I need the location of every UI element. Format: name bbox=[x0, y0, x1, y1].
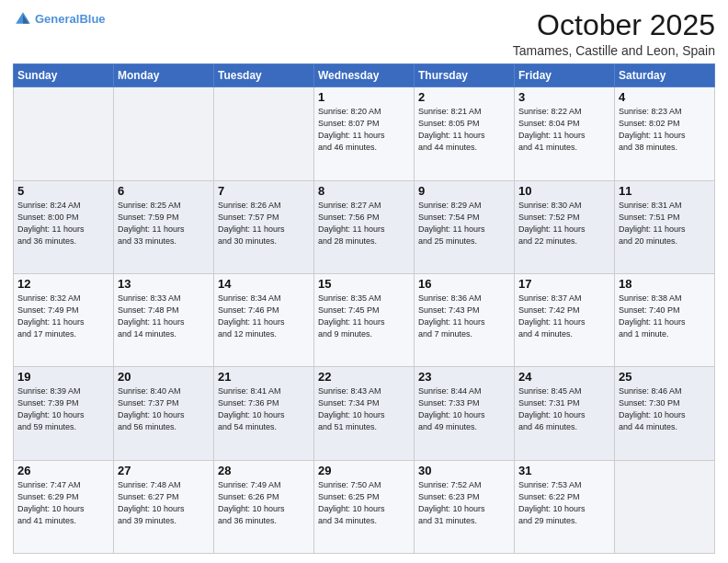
day-number: 4 bbox=[619, 90, 711, 104]
month-title: October 2025 bbox=[513, 9, 715, 41]
title-block: October 2025 Tamames, Castille and Leon,… bbox=[513, 9, 715, 58]
calendar-cell: 15Sunrise: 8:35 AM Sunset: 7:45 PM Dayli… bbox=[314, 273, 415, 366]
calendar-day-header: Wednesday bbox=[314, 64, 415, 87]
day-info: Sunrise: 7:52 AM Sunset: 6:23 PM Dayligh… bbox=[418, 479, 510, 527]
day-number: 22 bbox=[318, 370, 410, 384]
day-number: 6 bbox=[118, 184, 210, 198]
logo-line1: General bbox=[35, 12, 79, 26]
day-number: 16 bbox=[418, 277, 510, 291]
logo: GeneralBlue bbox=[13, 9, 106, 29]
day-info: Sunrise: 8:25 AM Sunset: 7:59 PM Dayligh… bbox=[118, 200, 210, 247]
day-info: Sunrise: 8:32 AM Sunset: 7:49 PM Dayligh… bbox=[17, 293, 109, 340]
day-number: 26 bbox=[17, 464, 109, 477]
day-info: Sunrise: 8:20 AM Sunset: 8:07 PM Dayligh… bbox=[318, 106, 410, 154]
day-info: Sunrise: 8:33 AM Sunset: 7:48 PM Dayligh… bbox=[118, 293, 210, 340]
day-number: 9 bbox=[418, 184, 510, 198]
calendar-cell bbox=[615, 460, 715, 553]
day-info: Sunrise: 8:31 AM Sunset: 7:51 PM Dayligh… bbox=[619, 200, 711, 247]
day-info: Sunrise: 8:22 AM Sunset: 8:04 PM Dayligh… bbox=[518, 106, 610, 154]
day-number: 18 bbox=[619, 277, 711, 291]
calendar-cell: 14Sunrise: 8:34 AM Sunset: 7:46 PM Dayli… bbox=[214, 273, 314, 366]
logo-text: GeneralBlue bbox=[35, 12, 106, 27]
day-number: 1 bbox=[318, 90, 410, 104]
day-info: Sunrise: 7:53 AM Sunset: 6:22 PM Dayligh… bbox=[518, 479, 610, 527]
calendar-week-row: 19Sunrise: 8:39 AM Sunset: 7:39 PM Dayli… bbox=[14, 367, 715, 460]
day-info: Sunrise: 7:48 AM Sunset: 6:27 PM Dayligh… bbox=[118, 479, 210, 527]
calendar-day-header: Thursday bbox=[415, 64, 515, 87]
day-info: Sunrise: 8:34 AM Sunset: 7:46 PM Dayligh… bbox=[218, 293, 310, 340]
day-info: Sunrise: 7:47 AM Sunset: 6:29 PM Dayligh… bbox=[17, 479, 109, 527]
calendar-cell bbox=[14, 87, 114, 180]
calendar-cell: 29Sunrise: 7:50 AM Sunset: 6:25 PM Dayli… bbox=[314, 460, 415, 553]
header: GeneralBlue October 2025 Tamames, Castil… bbox=[13, 9, 715, 58]
calendar-cell: 31Sunrise: 7:53 AM Sunset: 6:22 PM Dayli… bbox=[515, 460, 615, 553]
day-info: Sunrise: 8:26 AM Sunset: 7:57 PM Dayligh… bbox=[218, 200, 310, 247]
calendar-cell: 23Sunrise: 8:44 AM Sunset: 7:33 PM Dayli… bbox=[415, 367, 515, 460]
day-number: 28 bbox=[218, 464, 310, 477]
calendar-week-row: 5Sunrise: 8:24 AM Sunset: 8:00 PM Daylig… bbox=[14, 180, 715, 273]
calendar-cell: 3Sunrise: 8:22 AM Sunset: 8:04 PM Daylig… bbox=[515, 87, 615, 180]
day-number: 24 bbox=[518, 370, 610, 384]
day-number: 5 bbox=[17, 184, 109, 198]
calendar-cell: 1Sunrise: 8:20 AM Sunset: 8:07 PM Daylig… bbox=[314, 87, 415, 180]
calendar-cell: 9Sunrise: 8:29 AM Sunset: 7:54 PM Daylig… bbox=[415, 180, 515, 273]
day-number: 25 bbox=[619, 370, 711, 384]
page: GeneralBlue October 2025 Tamames, Castil… bbox=[0, 0, 728, 563]
calendar-cell: 7Sunrise: 8:26 AM Sunset: 7:57 PM Daylig… bbox=[214, 180, 314, 273]
day-number: 20 bbox=[118, 370, 210, 384]
day-info: Sunrise: 8:39 AM Sunset: 7:39 PM Dayligh… bbox=[17, 385, 109, 433]
day-number: 17 bbox=[518, 277, 610, 291]
calendar-cell: 21Sunrise: 8:41 AM Sunset: 7:36 PM Dayli… bbox=[214, 367, 314, 460]
day-number: 23 bbox=[418, 370, 510, 384]
calendar-day-header: Friday bbox=[515, 64, 615, 87]
calendar-cell: 22Sunrise: 8:43 AM Sunset: 7:34 PM Dayli… bbox=[314, 367, 415, 460]
day-number: 21 bbox=[218, 370, 310, 384]
day-info: Sunrise: 8:38 AM Sunset: 7:40 PM Dayligh… bbox=[619, 293, 711, 340]
day-number: 11 bbox=[619, 184, 711, 198]
day-number: 3 bbox=[518, 90, 610, 104]
calendar-day-header: Sunday bbox=[14, 64, 114, 87]
calendar-cell: 2Sunrise: 8:21 AM Sunset: 8:05 PM Daylig… bbox=[415, 87, 515, 180]
day-number: 27 bbox=[118, 464, 210, 477]
day-number: 19 bbox=[17, 370, 109, 384]
day-info: Sunrise: 7:50 AM Sunset: 6:25 PM Dayligh… bbox=[318, 479, 410, 527]
calendar-cell: 16Sunrise: 8:36 AM Sunset: 7:43 PM Dayli… bbox=[415, 273, 515, 366]
calendar-cell: 4Sunrise: 8:23 AM Sunset: 8:02 PM Daylig… bbox=[615, 87, 715, 180]
calendar-cell: 10Sunrise: 8:30 AM Sunset: 7:52 PM Dayli… bbox=[515, 180, 615, 273]
day-info: Sunrise: 8:21 AM Sunset: 8:05 PM Dayligh… bbox=[418, 106, 510, 154]
day-number: 15 bbox=[318, 277, 410, 291]
calendar-cell: 18Sunrise: 8:38 AM Sunset: 7:40 PM Dayli… bbox=[615, 273, 715, 366]
calendar-cell: 19Sunrise: 8:39 AM Sunset: 7:39 PM Dayli… bbox=[14, 367, 114, 460]
calendar-cell: 11Sunrise: 8:31 AM Sunset: 7:51 PM Dayli… bbox=[615, 180, 715, 273]
day-info: Sunrise: 8:30 AM Sunset: 7:52 PM Dayligh… bbox=[518, 200, 610, 247]
calendar-cell: 8Sunrise: 8:27 AM Sunset: 7:56 PM Daylig… bbox=[314, 180, 415, 273]
day-number: 12 bbox=[17, 277, 109, 291]
calendar-cell: 6Sunrise: 8:25 AM Sunset: 7:59 PM Daylig… bbox=[114, 180, 214, 273]
calendar-cell: 24Sunrise: 8:45 AM Sunset: 7:31 PM Dayli… bbox=[515, 367, 615, 460]
day-number: 7 bbox=[218, 184, 310, 198]
calendar-cell bbox=[114, 87, 214, 180]
day-info: Sunrise: 7:49 AM Sunset: 6:26 PM Dayligh… bbox=[218, 479, 310, 527]
day-info: Sunrise: 8:35 AM Sunset: 7:45 PM Dayligh… bbox=[318, 293, 410, 340]
day-number: 31 bbox=[518, 464, 610, 477]
calendar-cell: 30Sunrise: 7:52 AM Sunset: 6:23 PM Dayli… bbox=[415, 460, 515, 553]
day-info: Sunrise: 8:46 AM Sunset: 7:30 PM Dayligh… bbox=[619, 385, 711, 433]
day-number: 10 bbox=[518, 184, 610, 198]
calendar-cell: 26Sunrise: 7:47 AM Sunset: 6:29 PM Dayli… bbox=[14, 460, 114, 553]
calendar-cell: 20Sunrise: 8:40 AM Sunset: 7:37 PM Dayli… bbox=[114, 367, 214, 460]
calendar-cell: 27Sunrise: 7:48 AM Sunset: 6:27 PM Dayli… bbox=[114, 460, 214, 553]
calendar-table: SundayMondayTuesdayWednesdayThursdayFrid… bbox=[13, 63, 715, 554]
day-number: 29 bbox=[318, 464, 410, 477]
day-info: Sunrise: 8:24 AM Sunset: 8:00 PM Dayligh… bbox=[17, 200, 109, 247]
location-title: Tamames, Castille and Leon, Spain bbox=[513, 43, 715, 58]
day-info: Sunrise: 8:37 AM Sunset: 7:42 PM Dayligh… bbox=[518, 293, 610, 340]
calendar-cell bbox=[214, 87, 314, 180]
day-number: 13 bbox=[118, 277, 210, 291]
calendar-header-row: SundayMondayTuesdayWednesdayThursdayFrid… bbox=[14, 64, 715, 87]
calendar-cell: 25Sunrise: 8:46 AM Sunset: 7:30 PM Dayli… bbox=[615, 367, 715, 460]
calendar-week-row: 26Sunrise: 7:47 AM Sunset: 6:29 PM Dayli… bbox=[14, 460, 715, 553]
logo-icon bbox=[13, 9, 33, 29]
day-number: 2 bbox=[418, 90, 510, 104]
calendar-cell: 5Sunrise: 8:24 AM Sunset: 8:00 PM Daylig… bbox=[14, 180, 114, 273]
day-info: Sunrise: 8:23 AM Sunset: 8:02 PM Dayligh… bbox=[619, 106, 711, 154]
